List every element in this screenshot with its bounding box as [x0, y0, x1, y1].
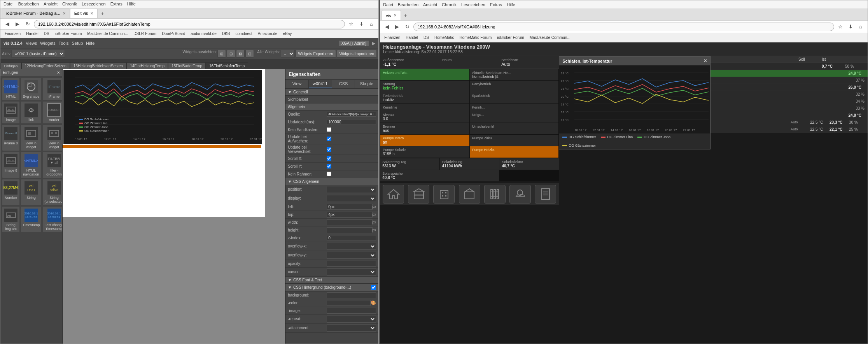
forward-button[interactable]: ▶ — [14, 20, 21, 28]
cursor-select[interactable] — [327, 269, 376, 276]
bm-comdirect[interactable]: comdirect — [233, 31, 254, 37]
tab-edit-vis[interactable]: Edit vis ✕ — [70, 8, 98, 18]
icon-garage[interactable] — [408, 185, 429, 204]
align-btn-3[interactable]: ⊠ — [236, 50, 245, 58]
widget-iframe[interactable]: iFrame iFrame — [42, 78, 62, 100]
bm-dslr[interactable]: DSLR-Forum — [131, 31, 158, 37]
menu-hilfe[interactable]: Hilfe — [127, 2, 136, 6]
icon-building[interactable] — [433, 185, 455, 204]
new-tab-button[interactable]: + — [98, 9, 107, 18]
height-input[interactable] — [327, 227, 372, 233]
address-input[interactable] — [34, 20, 345, 28]
bg-toggle[interactable]: ▼ — [288, 285, 292, 290]
quelle-input[interactable] — [327, 112, 376, 117]
widget-filterdrop[interactable]: FILTER▼ all filter - dropdown — [42, 152, 62, 178]
r-bm-macuser[interactable]: MacUser.de Commun... — [528, 35, 572, 40]
sandkasten-checkbox[interactable] — [327, 127, 331, 132]
tab-forum-close[interactable]: ✕ — [63, 11, 66, 16]
zindex-input[interactable] — [327, 235, 376, 241]
overflowy-select[interactable] — [327, 252, 376, 259]
reload-button[interactable]: ↻ — [24, 20, 32, 28]
widget-image[interactable]: image — [2, 101, 20, 124]
display-select[interactable] — [327, 195, 376, 202]
r-menu-datei[interactable]: Datei — [383, 2, 393, 7]
tab-edit-vis-close[interactable]: ✕ — [90, 11, 93, 16]
attachment-select[interactable] — [327, 325, 376, 332]
r-download[interactable]: ⬇ — [847, 23, 854, 31]
widget-strimgarc[interactable]: val String img arc — [2, 206, 20, 233]
width-input[interactable] — [327, 219, 372, 225]
r-home[interactable]: ⌂ — [857, 23, 864, 31]
r-tab-vis[interactable]: vis ✕ — [382, 10, 401, 20]
tab-16flot[interactable]: 16FlotSchlafenTemp — [206, 62, 248, 69]
tab-12heizung[interactable]: 12HeizungFerienSetzen — [21, 62, 70, 69]
r-bm-homematic-forum[interactable]: HomeMatic-Forum — [457, 35, 494, 40]
vis-menu-setup[interactable]: Setup — [72, 41, 83, 46]
widget-html[interactable]: <HTML> HTML — [2, 78, 20, 100]
r-menu-ansicht[interactable]: Ansicht — [423, 2, 437, 7]
widget-iframe8[interactable]: iFrame 8 iFrame 8 — [2, 125, 20, 151]
home-button[interactable]: ⌂ — [368, 20, 375, 28]
widget-select[interactable]: w00411 (basic - iFrame) — [11, 50, 65, 58]
bm-macuser[interactable]: MacUser.de Commun... — [85, 31, 130, 37]
widget-view1[interactable]: view in widget — [21, 125, 42, 151]
widget-panel-toggle[interactable]: ✕ — [57, 70, 60, 75]
r-menu-bearbeiten[interactable]: Bearbeiten — [398, 2, 418, 7]
props-tab-widget[interactable]: w00411 — [309, 80, 332, 88]
r-menu-extras[interactable]: Extras — [490, 2, 502, 7]
bookmark-button[interactable]: ☆ — [347, 20, 355, 28]
image-input[interactable] — [327, 308, 376, 314]
bg-checkbox[interactable] — [371, 285, 376, 290]
menu-bearbeiten[interactable]: Bearbeiten — [18, 2, 39, 6]
vis-menu-widgets[interactable]: Widgets — [40, 41, 56, 46]
tab-14flot[interactable]: 14FlotHeizungTemp — [126, 62, 168, 69]
widget-svg[interactable]: Svg shape — [21, 78, 42, 100]
widget-border[interactable]: BORDER Border — [42, 101, 62, 124]
vis-menu-hilfe[interactable]: Hilfe — [86, 41, 94, 46]
align-btn-4[interactable]: ⊡ — [245, 50, 254, 58]
r-reload[interactable]: ↻ — [403, 23, 411, 31]
import-btn[interactable]: Widgets Importieren — [337, 50, 377, 58]
menu-chronik[interactable]: Chronik — [62, 2, 77, 6]
menu-lesezeichen[interactable]: Lesezeichen — [82, 2, 106, 6]
bm-finanzen[interactable]: Finanzen — [3, 31, 23, 37]
r-back[interactable]: ◀ — [383, 23, 391, 31]
tab-13heizung[interactable]: 13HeizungBetriebsartSetzen — [70, 62, 126, 69]
r-address-input[interactable] — [413, 23, 834, 31]
align-btn-2[interactable]: ⊟ — [227, 50, 235, 58]
icon-weather[interactable] — [509, 185, 531, 204]
vis-menu-tools[interactable]: Tools — [59, 41, 69, 46]
r-forward[interactable]: ▶ — [393, 23, 401, 31]
widget-strunsel[interactable]: val<div> String (unselected) — [42, 179, 62, 205]
r-bm-ds[interactable]: DS — [422, 35, 431, 40]
menu-datei[interactable]: Datei — [4, 2, 14, 6]
widget-view2[interactable]: view in widget — [42, 125, 62, 151]
r-new-tab[interactable]: + — [401, 11, 410, 20]
menu-extras[interactable]: Extras — [110, 2, 122, 6]
top-input[interactable] — [327, 212, 372, 218]
generell-triangle[interactable]: ▼ — [288, 90, 292, 94]
widget-string[interactable]: valTEXT String — [21, 179, 42, 205]
props-tab-skripte[interactable]: Skripte — [355, 80, 378, 88]
widget-timestamp[interactable]: 2016.03.116:51:56 Timestamp — [21, 206, 42, 233]
opacity-input[interactable] — [327, 261, 376, 267]
r-menu-chronik[interactable]: Chronik — [442, 2, 457, 7]
bm-handel[interactable]: Handel — [24, 31, 40, 37]
r-bookmark[interactable]: ☆ — [836, 23, 844, 31]
overflowx-select[interactable] — [327, 243, 376, 250]
r-bm-finanzen[interactable]: Finanzen — [382, 35, 402, 40]
props-tab-css[interactable]: CSS — [332, 80, 355, 88]
alle-widgets-select[interactable]: – — [281, 50, 295, 58]
props-tab-view[interactable]: View — [285, 80, 309, 88]
back-button[interactable]: ◀ — [4, 20, 11, 28]
r-menu-lesezeichen[interactable]: Lesezeichen — [461, 2, 485, 7]
updatezeit-input[interactable] — [327, 119, 376, 125]
bm-doorpi[interactable]: DoorPi Board — [160, 31, 187, 37]
font-toggle[interactable]: ▼ — [288, 278, 292, 282]
position-select[interactable] — [327, 186, 376, 193]
bm-iobroker[interactable]: ioBroker-Forum — [53, 31, 84, 37]
align-btn-1[interactable]: ⊞ — [217, 50, 226, 58]
scrollx-checkbox[interactable] — [327, 156, 331, 161]
bm-amazon[interactable]: Amazon.de — [256, 31, 280, 37]
rahmen-checkbox[interactable] — [327, 172, 331, 176]
